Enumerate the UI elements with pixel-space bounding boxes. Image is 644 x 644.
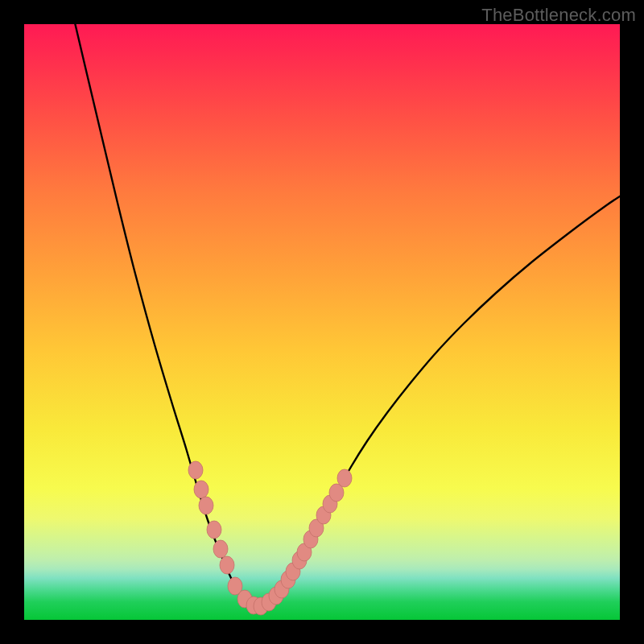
curve-dots <box>188 461 352 615</box>
curve-dot <box>188 461 203 479</box>
curve-dot <box>220 556 234 574</box>
curve-dot <box>337 469 352 487</box>
curve-dot <box>194 481 208 498</box>
curve-dot <box>207 521 221 539</box>
curve-dot <box>213 540 228 558</box>
chart-root: TheBottleneck.com <box>0 0 644 644</box>
curve-dot <box>199 497 213 514</box>
plot-svg <box>24 24 620 620</box>
watermark-text: TheBottleneck.com <box>481 5 636 26</box>
plot-frame <box>24 24 620 620</box>
bottleneck-curve <box>74 24 620 606</box>
